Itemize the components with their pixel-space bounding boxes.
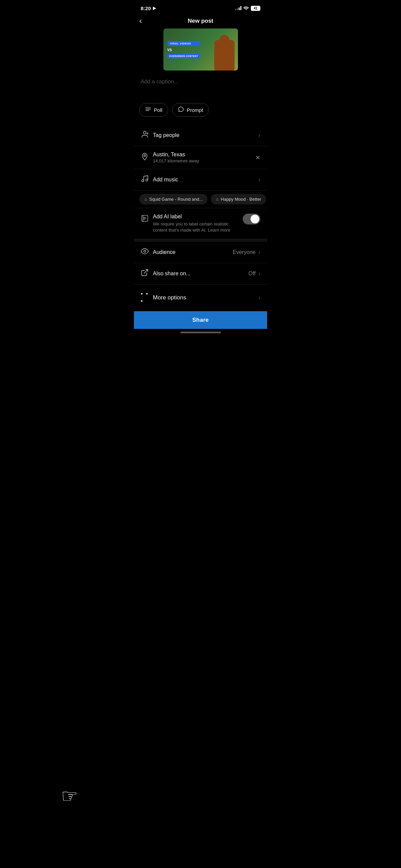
more-options-label: More options [153,294,258,301]
poll-icon [145,106,151,114]
toggle-thumb [250,215,259,223]
home-indicator [134,329,267,335]
learn-more-link[interactable]: Learn more [208,228,230,233]
ai-label-title: Add AI label [153,214,236,220]
svg-point-7 [142,180,144,182]
add-music-item[interactable]: Add music › [134,169,267,191]
prompt-button[interactable]: Prompt [172,103,209,117]
location-close-button[interactable]: ✕ [255,154,260,161]
share-button[interactable]: Share [134,311,267,329]
music-chip-2[interactable]: ♫ Happy Mood · Better [211,194,266,204]
ai-label-content: Add AI label We require you to label cer… [153,214,236,233]
battery-icon: 41 [251,6,260,11]
location-distance: 14,017 kilometres away [153,158,255,163]
music-suggestions: ♫ Squid Game - Round and... ♫ Happy Mood… [134,191,267,208]
section-divider [134,239,267,242]
tag-people-item[interactable]: Tag people › [134,125,267,146]
location-item[interactable]: Austin, Texas 14,017 kilometres away ✕ [134,146,267,169]
status-time: 8:20 ▶ [141,5,156,11]
also-share-content: Also share on... [153,271,248,277]
audience-icon [141,247,153,257]
more-options-item[interactable]: • • • More options › [134,284,267,311]
also-share-chevron: › [258,270,260,277]
action-buttons: Poll Prompt [134,103,267,125]
add-music-content: Add music [153,177,258,183]
also-share-right: Off › [248,270,260,277]
music-chip-text-1: Squid Game - Round and... [149,197,203,202]
tag-people-chevron: › [258,132,260,139]
audience-content: Audience [153,249,233,255]
prompt-label: Prompt [187,107,203,113]
home-bar [180,332,221,333]
svg-point-10 [144,250,146,252]
also-share-label: Also share on... [153,271,248,277]
tag-people-content: Tag people [153,132,258,138]
header: ‹ New post [134,15,267,28]
music-chip-text-2: Happy Mood · Better [221,197,261,202]
music-icon [141,175,153,185]
back-button[interactable]: ‹ [139,17,142,25]
figure-shape [214,40,235,71]
more-options-right: › [258,294,260,301]
add-music-right: › [258,176,260,183]
svg-point-8 [146,179,148,181]
location-arrow-icon: ▶ [153,6,156,11]
ai-label-section: Add AI label We require you to label cer… [134,208,267,239]
signal-icon [235,6,241,10]
location-right: ✕ [255,154,260,161]
page-title: New post [188,18,214,24]
svg-point-3 [143,131,146,134]
also-share-icon [141,269,153,279]
caption-placeholder: Add a caption... [141,79,178,84]
music-note-icon-1: ♫ [144,197,147,202]
audience-label: Audience [153,249,233,255]
tag-people-right: › [258,132,260,139]
more-options-chevron: › [258,294,260,301]
audience-value: Everyone [233,249,256,255]
status-bar: 8:20 ▶ 41 [134,0,267,15]
thumbnail-vs: VS [167,47,200,53]
poll-button[interactable]: Poll [139,103,168,117]
thumbnail-badge-evergreen: EVERGREEN CONTENT [167,54,200,58]
wifi-icon [243,5,249,11]
music-note-icon-2: ♫ [216,197,219,202]
tag-people-icon [141,130,153,140]
audience-item[interactable]: Audience Everyone › [134,242,267,263]
add-music-label: Add music [153,177,258,183]
also-share-item[interactable]: Also share on... Off › [134,263,267,284]
music-chip-1[interactable]: ♫ Squid Game - Round and... [139,194,207,204]
location-content: Austin, Texas 14,017 kilometres away [153,152,255,163]
tag-people-label: Tag people [153,132,258,138]
ai-label-toggle[interactable] [243,214,260,224]
add-music-chevron: › [258,176,260,183]
audience-right: Everyone › [233,249,260,256]
prompt-icon [178,106,184,114]
location-icon [141,153,153,163]
audience-chevron: › [258,249,260,256]
also-share-value: Off [248,271,256,277]
status-icons: 41 [235,5,260,11]
thumbnail-badge-viral: VIRAL VIDEOS [167,41,200,46]
post-thumbnail: VIRAL VIDEOS VS EVERGREEN CONTENT [163,28,238,71]
ai-label-icon [141,214,149,224]
thumbnail-container: VIRAL VIDEOS VS EVERGREEN CONTENT [134,28,267,71]
caption-area[interactable]: Add a caption... [134,76,267,103]
location-name: Austin, Texas [153,152,255,158]
poll-label: Poll [154,107,162,113]
ai-label-description: We require you to label certain realisti… [153,221,236,233]
thumbnail-figure [211,28,238,71]
svg-line-11 [144,270,148,273]
thumbnail-text: VIRAL VIDEOS VS EVERGREEN CONTENT [167,41,200,58]
more-dots-icon: • • • [141,291,153,305]
